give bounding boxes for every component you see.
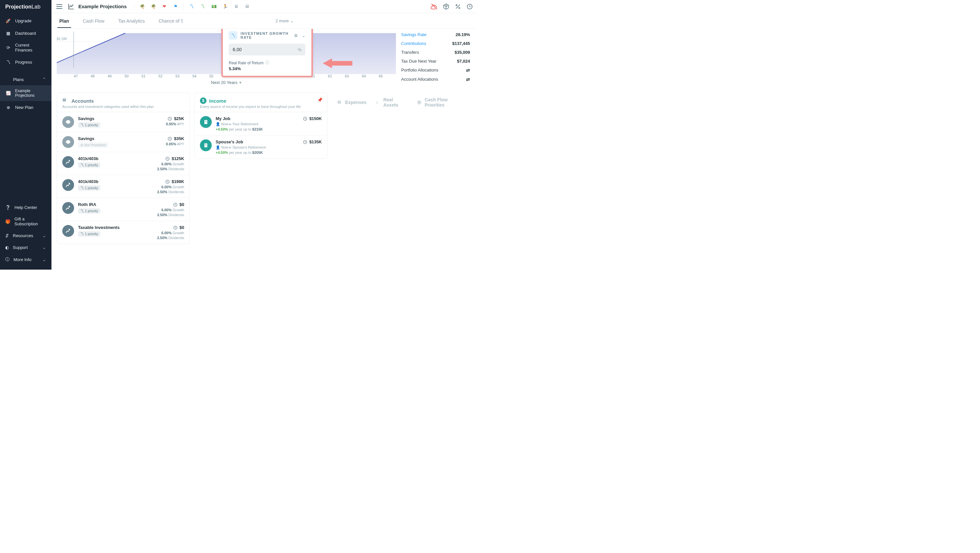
stat-action[interactable]: ⇄: [466, 77, 470, 82]
tab-cash-flow[interactable]: Cash Flow: [81, 14, 107, 27]
piggy-icon: [62, 116, 74, 128]
nav-bottom: ❔Help Center 🎁Gift a Subscription ⇵Resou…: [0, 202, 51, 269]
stats-panel: Savings Rate28.19%Contributions$137,445T…: [401, 29, 477, 86]
cube-icon[interactable]: [442, 3, 450, 10]
chevron-down-icon[interactable]: ⌄: [302, 33, 305, 38]
pin-icon[interactable]: 📌: [317, 97, 323, 102]
account-item[interactable]: Roth IRA 〽 1 priority $0 6.00% Growth2.5…: [57, 198, 189, 221]
growth-teal-icon[interactable]: 〽: [188, 3, 196, 11]
nav-main: 🚀Upgrade ▦Dashboard ⟳Current Finances 〽P…: [0, 14, 51, 202]
target-clock-icon[interactable]: [466, 3, 473, 10]
nav-new-plan[interactable]: ⊕New Plan: [0, 101, 51, 113]
growth-rate-popover: 〽 Investment Growth Rate ⚙ ⌄ % Real Rate…: [221, 29, 313, 77]
content: 〽 Investment Growth Rate ⚙ ⌄ % Real Rate…: [51, 29, 477, 269]
income-list: My Job 👤 Now ▸ Your Retirement +4.50% pe…: [195, 112, 327, 158]
nav-example-projections[interactable]: 📈Example Projections: [0, 85, 51, 101]
nav-resources[interactable]: ⇵Resources⌄: [0, 229, 51, 241]
palm-pink-icon[interactable]: 🌴: [150, 3, 158, 11]
tab-cash-flow-priorities[interactable]: ◎Cash Flow Priorities: [417, 97, 467, 108]
plan-tabs: Plan Cash Flow Tax Analytics Chance of S…: [51, 13, 477, 29]
nav-support[interactable]: ◐Support⌄: [0, 241, 51, 253]
stat-row[interactable]: Account Allocations⇄: [401, 75, 470, 84]
account-item[interactable]: Taxable Investments 〽 1 priority $0 6.00…: [57, 221, 189, 244]
account-item[interactable]: Savings ⊘ Not Prioritized $35K 0.05% APY: [57, 132, 189, 152]
growth-green-icon[interactable]: 〽: [199, 3, 207, 11]
palm-green-icon[interactable]: 🌴: [138, 3, 146, 11]
income-item[interactable]: Spouse's Job 👤 Now ▸ Spouse's Retirement…: [195, 135, 327, 158]
nav-label: More Info: [13, 257, 32, 262]
target-icon: ◎: [417, 99, 423, 105]
svg-point-6: [69, 141, 70, 142]
stat-row[interactable]: Savings Rate28.19%: [401, 30, 470, 39]
xtick: 47: [74, 74, 78, 78]
nav-current-finances[interactable]: ⟳Current Finances: [0, 39, 51, 56]
accounts-list: Savings 〽 1 priority $25K 0.05% APY Savi…: [57, 112, 189, 244]
gift-icon: 🎁: [5, 219, 11, 224]
nav-label: Gift a Subscription: [14, 217, 46, 226]
xtick: 48: [91, 74, 95, 78]
stat-action[interactable]: ⇄: [466, 68, 470, 73]
chart-range-selector[interactable]: Next 20 Years ▾: [57, 80, 396, 85]
priority-badge: 〽 1 priority: [78, 163, 100, 167]
clock-icon: [167, 116, 172, 121]
nav-label: Resources: [13, 233, 33, 238]
account-meta: 6.00% Growth: [157, 162, 184, 166]
svg-text:$: $: [202, 99, 205, 103]
nav-label: Help Center: [14, 205, 37, 210]
tab-tax-analytics[interactable]: Tax Analytics: [116, 14, 147, 27]
income-name: My Job: [216, 116, 299, 121]
priority-badge: 〽 1 priority: [78, 122, 100, 127]
stat-row[interactable]: Contributions$137,445: [401, 39, 470, 48]
screen-icon[interactable]: 🖥: [232, 3, 240, 11]
main: Example Projections 🌴 🌴 ❤ ⚑ 〽 〽 💵 🏃 🖥 🏛 …: [51, 0, 477, 269]
nav-help-center[interactable]: ❔Help Center: [0, 202, 51, 213]
growth-rate-input-wrap[interactable]: %: [229, 44, 305, 56]
income-name: Spouse's Job: [216, 139, 299, 144]
tab-chance-of-success[interactable]: Chance of Success: [157, 14, 183, 27]
clock-icon: [165, 179, 170, 184]
real-rate-value: 5.34%: [229, 66, 305, 71]
nav-progress[interactable]: 〽Progress: [0, 56, 51, 68]
account-name: 401k/403b: [78, 156, 153, 161]
swap-icon: ⇄: [466, 77, 470, 82]
chart-ylabel: $1.5M: [57, 37, 67, 41]
cloud-off-icon[interactable]: [431, 3, 438, 10]
nav-label: New Plan: [15, 105, 33, 110]
priority-badge: 〽 1 priority: [78, 185, 100, 191]
nav-plans-section[interactable]: Plans⌃: [0, 73, 51, 85]
income-item[interactable]: My Job 👤 Now ▸ Your Retirement +4.50% pe…: [195, 112, 327, 135]
stat-row: Tax Due Next Year$7,024: [401, 57, 470, 65]
account-item[interactable]: 401k/403b 〽 1 priority $198K 6.00% Growt…: [57, 175, 189, 198]
heart-icon[interactable]: ❤: [161, 3, 169, 11]
stat-value: $7,024: [457, 59, 470, 64]
grid-icon: ▦: [5, 30, 11, 36]
tab-expenses[interactable]: ⊖Expenses: [337, 99, 366, 105]
menu-toggle[interactable]: [56, 3, 63, 11]
nav-dashboard[interactable]: ▦Dashboard: [0, 27, 51, 39]
person-icon[interactable]: 🏃: [221, 3, 229, 11]
stat-value: $35,009: [455, 50, 470, 55]
nav-more-info[interactable]: ⓘMore Info⌄: [0, 253, 51, 266]
clock-icon: [165, 156, 170, 161]
flag-icon[interactable]: ⚑: [172, 3, 180, 11]
nav-label: Plans: [13, 77, 24, 82]
nav-gift[interactable]: 🎁Gift a Subscription: [0, 213, 51, 229]
growth-rate-input[interactable]: [233, 47, 288, 52]
stat-value: $137,445: [452, 41, 470, 46]
stat-row[interactable]: Portfolio Allocations⇄: [401, 65, 470, 75]
growth-icon: [62, 225, 74, 237]
account-item[interactable]: 401k/403b 〽 1 priority $125K 6.00% Growt…: [57, 152, 189, 175]
tab-plan[interactable]: Plan: [57, 14, 71, 27]
stat-label: Account Allocations: [401, 77, 438, 82]
account-item[interactable]: Savings 〽 1 priority $25K 0.05% APY: [57, 112, 189, 132]
bank-icon[interactable]: 🏛: [243, 3, 251, 11]
account-meta: 2.50% Dividends: [157, 213, 184, 217]
percent-icon[interactable]: [454, 3, 461, 10]
info-icon[interactable]: ⓘ: [265, 60, 269, 65]
money-icon[interactable]: 💵: [210, 3, 218, 11]
tabs-more[interactable]: 2 more ⌄: [276, 18, 294, 23]
nav-upgrade[interactable]: 🚀Upgrade: [0, 14, 51, 27]
gear-icon[interactable]: ⚙: [294, 33, 298, 38]
tab-real-assets[interactable]: ⌂Real Assets: [375, 97, 408, 108]
income-amount: $135K: [309, 139, 322, 144]
